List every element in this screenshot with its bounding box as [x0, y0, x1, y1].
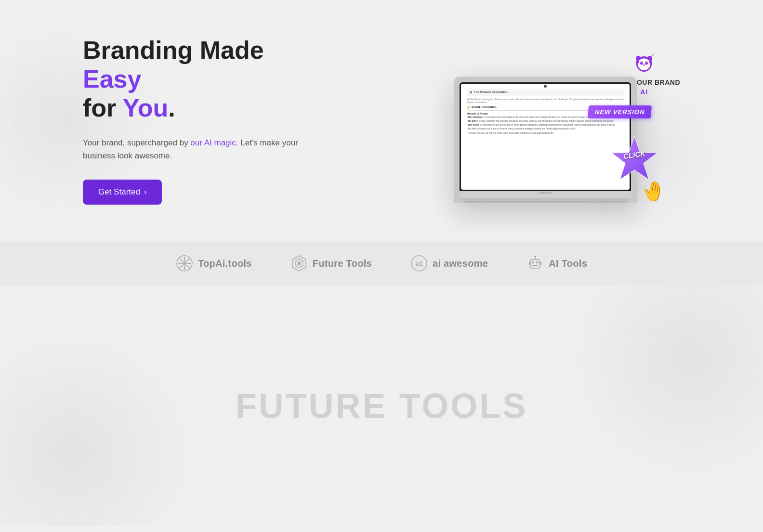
- hero-section: Branding Made Easy for You. Your brand, …: [0, 0, 763, 241]
- aitools-name: AI Tools: [549, 258, 587, 269]
- svg-point-6: [643, 65, 645, 66]
- svg-rect-9: [636, 60, 639, 64]
- svg-text:ai: ai: [415, 260, 423, 267]
- hero-headline: Branding Made Easy for You.: [83, 36, 314, 122]
- click-starburst-svg: [608, 135, 661, 183]
- svg-point-38: [534, 256, 536, 258]
- svg-point-18: [184, 258, 185, 260]
- laptop-mockup: NEW VERSION ⚙ The Product Description Mo…: [454, 77, 637, 203]
- ai-magic-link[interactable]: our AI magic: [190, 138, 236, 147]
- topai-icon: [176, 255, 193, 272]
- svg-point-21: [188, 263, 190, 264]
- svg-point-24: [298, 262, 301, 265]
- headline-part1: Branding Made: [83, 36, 264, 64]
- futuretools-icon: [290, 255, 308, 272]
- headline-you: You: [123, 94, 168, 122]
- arrow-icon: ›: [144, 188, 146, 196]
- svg-rect-34: [532, 261, 534, 263]
- laptop-base: MacBook Air: [460, 191, 631, 198]
- svg-rect-40: [540, 262, 541, 265]
- cursor-hand-icon: 🤚: [640, 178, 667, 205]
- subtext-part1: Your brand, supercharged by: [83, 138, 190, 147]
- headline-part2: for: [83, 94, 123, 122]
- aiawesome-name: ai awesome: [433, 258, 488, 269]
- doc-title-icon: ⚙: [470, 91, 472, 94]
- doc-description-text: Mobile Chess Learning App: Enhance your …: [467, 98, 624, 104]
- hero-right-content: ♪ BUILD YOUR BRAND AI NEW VERSION: [410, 38, 680, 203]
- hero-left-content: Branding Made Easy for You. Your brand, …: [83, 36, 314, 205]
- macbook-label: MacBook Air: [539, 191, 552, 194]
- get-started-button[interactable]: Get Started ›: [83, 180, 162, 205]
- headline-easy: Easy: [83, 65, 141, 93]
- get-started-label: Get Started: [98, 187, 140, 197]
- lower-section: FUtUre Tools: [0, 285, 763, 526]
- svg-rect-36: [532, 265, 538, 266]
- svg-point-3: [645, 62, 648, 65]
- svg-rect-39: [529, 262, 530, 265]
- laptop-bezel: ⚙ The Product Description Mobile Chess L…: [460, 82, 631, 191]
- lower-bg-circle-left: [0, 334, 193, 526]
- partner-topai[interactable]: TopAi.tools: [176, 255, 252, 272]
- brand-icon: 🧭: [467, 105, 470, 109]
- svg-rect-10: [649, 60, 652, 64]
- doc-aim2-bullet: • We seek to inspire and nurture a love …: [467, 128, 624, 131]
- svg-point-2: [640, 62, 643, 65]
- svg-line-27: [301, 265, 303, 266]
- brand-name-line2: AI: [640, 88, 648, 96]
- futuretools-name: Future Tools: [313, 258, 372, 269]
- svg-point-20: [179, 263, 180, 264]
- svg-point-5: [646, 63, 647, 64]
- partner-aiawesome[interactable]: ai ai awesome: [410, 255, 488, 272]
- panda-logo-icon: ♪: [630, 49, 658, 75]
- laptop-foot: [464, 201, 627, 203]
- svg-line-29: [295, 265, 298, 266]
- aiawesome-icon: ai: [410, 255, 428, 272]
- doc-title-text: The Product Description: [474, 91, 508, 93]
- svg-point-4: [642, 63, 643, 64]
- laptop-screen: ⚙ The Product Description Mobile Chess L…: [461, 84, 630, 190]
- svg-text:♪: ♪: [652, 52, 654, 57]
- doc-closing-bullet: • Through our app, we strive to make che…: [467, 132, 624, 135]
- partner-futuretools[interactable]: Future Tools: [290, 255, 372, 272]
- svg-rect-35: [536, 261, 539, 263]
- svg-point-19: [184, 268, 185, 269]
- aitools-icon: [526, 255, 544, 272]
- new-version-badge: NEW VERSION: [587, 105, 652, 118]
- lower-bg-circle-right: [570, 285, 763, 478]
- future-tools-text: FUtUre Tools: [236, 386, 528, 426]
- headline-end: .: [168, 94, 175, 122]
- svg-rect-33: [530, 260, 540, 268]
- svg-line-26: [301, 261, 303, 262]
- partners-strip: TopAi.tools Future Tools ai: [0, 241, 763, 285]
- partner-aitools[interactable]: AI Tools: [526, 255, 587, 272]
- laptop-camera: [544, 85, 547, 88]
- doc-vision-bullet: • Our Vision is to become the go-to reso…: [467, 124, 624, 127]
- hero-subtext: Your brand, supercharged by our AI magic…: [83, 136, 314, 162]
- brand-logo-icon: ♪: [627, 48, 661, 77]
- doc-title-row: ⚙ The Product Description: [467, 89, 624, 96]
- future-tools-watermark: FUtUre Tools: [236, 386, 528, 426]
- click-badge[interactable]: CLICK 🤚: [608, 135, 661, 188]
- svg-line-30: [295, 261, 298, 262]
- doc-aim-bullet: • We aim to create a platform that provi…: [467, 120, 624, 123]
- topai-name: TopAi.tools: [198, 258, 252, 269]
